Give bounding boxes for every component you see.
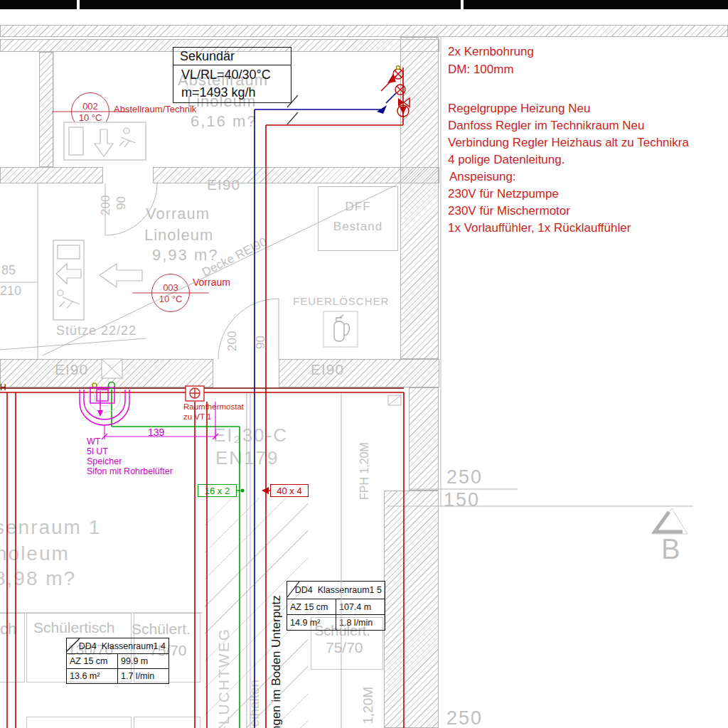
section-marker-icon <box>652 508 687 534</box>
washbasin-icon <box>80 387 129 425</box>
thermostat-icon <box>186 386 204 401</box>
pump-valve-icons <box>381 66 410 117</box>
table-header-diagonals <box>67 582 299 651</box>
cad-floorplan: Abstellraum Linoleum 6,16 m? EI90 Vorrau… <box>0 0 728 728</box>
exit-sign-icon <box>64 122 146 160</box>
escape-arrow-icon <box>100 264 142 287</box>
exit-sign-2-icon <box>53 240 84 320</box>
drawing-linework <box>0 0 728 728</box>
fire-extinguisher-icon <box>323 311 358 347</box>
pipe-green <box>92 382 245 728</box>
window-x-icon <box>102 359 122 378</box>
pipe-blue <box>255 93 396 728</box>
